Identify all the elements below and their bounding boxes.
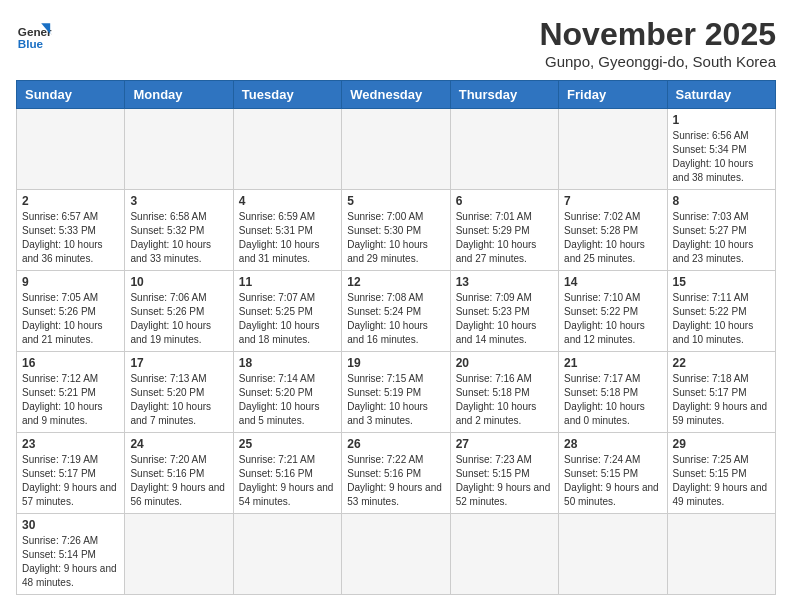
- day-info: Sunrise: 7:12 AM Sunset: 5:21 PM Dayligh…: [22, 372, 119, 428]
- calendar-subtitle: Gunpo, Gyeonggi-do, South Korea: [539, 53, 776, 70]
- day-number: 18: [239, 356, 336, 370]
- day-info: Sunrise: 7:01 AM Sunset: 5:29 PM Dayligh…: [456, 210, 553, 266]
- day-info: Sunrise: 7:02 AM Sunset: 5:28 PM Dayligh…: [564, 210, 661, 266]
- calendar-week-row: 2Sunrise: 6:57 AM Sunset: 5:33 PM Daylig…: [17, 190, 776, 271]
- day-number: 26: [347, 437, 444, 451]
- calendar-cell: 27Sunrise: 7:23 AM Sunset: 5:15 PM Dayli…: [450, 433, 558, 514]
- day-number: 27: [456, 437, 553, 451]
- calendar-cell: 21Sunrise: 7:17 AM Sunset: 5:18 PM Dayli…: [559, 352, 667, 433]
- calendar-cell: 24Sunrise: 7:20 AM Sunset: 5:16 PM Dayli…: [125, 433, 233, 514]
- calendar-cell: [125, 514, 233, 595]
- weekday-header-thursday: Thursday: [450, 81, 558, 109]
- calendar-cell: [125, 109, 233, 190]
- day-number: 13: [456, 275, 553, 289]
- day-number: 4: [239, 194, 336, 208]
- weekday-header-saturday: Saturday: [667, 81, 775, 109]
- calendar-cell: 15Sunrise: 7:11 AM Sunset: 5:22 PM Dayli…: [667, 271, 775, 352]
- day-number: 3: [130, 194, 227, 208]
- calendar-cell: [667, 514, 775, 595]
- day-info: Sunrise: 6:56 AM Sunset: 5:34 PM Dayligh…: [673, 129, 770, 185]
- day-info: Sunrise: 7:24 AM Sunset: 5:15 PM Dayligh…: [564, 453, 661, 509]
- day-info: Sunrise: 6:59 AM Sunset: 5:31 PM Dayligh…: [239, 210, 336, 266]
- calendar-cell: 16Sunrise: 7:12 AM Sunset: 5:21 PM Dayli…: [17, 352, 125, 433]
- day-number: 28: [564, 437, 661, 451]
- calendar-cell: 7Sunrise: 7:02 AM Sunset: 5:28 PM Daylig…: [559, 190, 667, 271]
- svg-text:Blue: Blue: [18, 37, 44, 50]
- day-number: 2: [22, 194, 119, 208]
- calendar-week-row: 30Sunrise: 7:26 AM Sunset: 5:14 PM Dayli…: [17, 514, 776, 595]
- day-info: Sunrise: 7:08 AM Sunset: 5:24 PM Dayligh…: [347, 291, 444, 347]
- weekday-header-friday: Friday: [559, 81, 667, 109]
- day-number: 14: [564, 275, 661, 289]
- day-number: 16: [22, 356, 119, 370]
- calendar-cell: [559, 514, 667, 595]
- calendar-cell: 18Sunrise: 7:14 AM Sunset: 5:20 PM Dayli…: [233, 352, 341, 433]
- calendar-cell: [450, 109, 558, 190]
- day-info: Sunrise: 7:26 AM Sunset: 5:14 PM Dayligh…: [22, 534, 119, 590]
- calendar-week-row: 9Sunrise: 7:05 AM Sunset: 5:26 PM Daylig…: [17, 271, 776, 352]
- calendar-cell: 30Sunrise: 7:26 AM Sunset: 5:14 PM Dayli…: [17, 514, 125, 595]
- day-number: 10: [130, 275, 227, 289]
- title-area: November 2025 Gunpo, Gyeonggi-do, South …: [539, 16, 776, 70]
- calendar-cell: 8Sunrise: 7:03 AM Sunset: 5:27 PM Daylig…: [667, 190, 775, 271]
- calendar-week-row: 1Sunrise: 6:56 AM Sunset: 5:34 PM Daylig…: [17, 109, 776, 190]
- day-info: Sunrise: 7:25 AM Sunset: 5:15 PM Dayligh…: [673, 453, 770, 509]
- calendar-title: November 2025: [539, 16, 776, 53]
- calendar-cell: 1Sunrise: 6:56 AM Sunset: 5:34 PM Daylig…: [667, 109, 775, 190]
- day-number: 21: [564, 356, 661, 370]
- weekday-header-wednesday: Wednesday: [342, 81, 450, 109]
- weekday-header-monday: Monday: [125, 81, 233, 109]
- weekday-header-sunday: Sunday: [17, 81, 125, 109]
- calendar-cell: 2Sunrise: 6:57 AM Sunset: 5:33 PM Daylig…: [17, 190, 125, 271]
- day-info: Sunrise: 7:13 AM Sunset: 5:20 PM Dayligh…: [130, 372, 227, 428]
- calendar-cell: [450, 514, 558, 595]
- day-number: 30: [22, 518, 119, 532]
- calendar-week-row: 16Sunrise: 7:12 AM Sunset: 5:21 PM Dayli…: [17, 352, 776, 433]
- calendar-cell: [559, 109, 667, 190]
- day-number: 22: [673, 356, 770, 370]
- day-info: Sunrise: 7:23 AM Sunset: 5:15 PM Dayligh…: [456, 453, 553, 509]
- calendar-cell: [342, 514, 450, 595]
- calendar-cell: 10Sunrise: 7:06 AM Sunset: 5:26 PM Dayli…: [125, 271, 233, 352]
- weekday-header-tuesday: Tuesday: [233, 81, 341, 109]
- day-number: 1: [673, 113, 770, 127]
- day-info: Sunrise: 7:16 AM Sunset: 5:18 PM Dayligh…: [456, 372, 553, 428]
- day-info: Sunrise: 7:14 AM Sunset: 5:20 PM Dayligh…: [239, 372, 336, 428]
- day-info: Sunrise: 7:03 AM Sunset: 5:27 PM Dayligh…: [673, 210, 770, 266]
- day-number: 29: [673, 437, 770, 451]
- day-number: 5: [347, 194, 444, 208]
- day-info: Sunrise: 7:17 AM Sunset: 5:18 PM Dayligh…: [564, 372, 661, 428]
- calendar-table: SundayMondayTuesdayWednesdayThursdayFrid…: [16, 80, 776, 595]
- day-number: 24: [130, 437, 227, 451]
- day-info: Sunrise: 6:58 AM Sunset: 5:32 PM Dayligh…: [130, 210, 227, 266]
- day-info: Sunrise: 7:10 AM Sunset: 5:22 PM Dayligh…: [564, 291, 661, 347]
- calendar-cell: 12Sunrise: 7:08 AM Sunset: 5:24 PM Dayli…: [342, 271, 450, 352]
- day-info: Sunrise: 7:21 AM Sunset: 5:16 PM Dayligh…: [239, 453, 336, 509]
- calendar-cell: 5Sunrise: 7:00 AM Sunset: 5:30 PM Daylig…: [342, 190, 450, 271]
- day-number: 6: [456, 194, 553, 208]
- day-number: 11: [239, 275, 336, 289]
- day-info: Sunrise: 7:06 AM Sunset: 5:26 PM Dayligh…: [130, 291, 227, 347]
- calendar-cell: 29Sunrise: 7:25 AM Sunset: 5:15 PM Dayli…: [667, 433, 775, 514]
- day-info: Sunrise: 7:09 AM Sunset: 5:23 PM Dayligh…: [456, 291, 553, 347]
- calendar-cell: 25Sunrise: 7:21 AM Sunset: 5:16 PM Dayli…: [233, 433, 341, 514]
- calendar-cell: [17, 109, 125, 190]
- calendar-cell: [342, 109, 450, 190]
- logo: General Blue: [16, 16, 52, 52]
- calendar-cell: 17Sunrise: 7:13 AM Sunset: 5:20 PM Dayli…: [125, 352, 233, 433]
- logo-icon: General Blue: [16, 16, 52, 52]
- calendar-week-row: 23Sunrise: 7:19 AM Sunset: 5:17 PM Dayli…: [17, 433, 776, 514]
- day-number: 15: [673, 275, 770, 289]
- day-number: 7: [564, 194, 661, 208]
- day-number: 19: [347, 356, 444, 370]
- calendar-cell: 4Sunrise: 6:59 AM Sunset: 5:31 PM Daylig…: [233, 190, 341, 271]
- day-number: 23: [22, 437, 119, 451]
- calendar-cell: [233, 514, 341, 595]
- calendar-cell: 13Sunrise: 7:09 AM Sunset: 5:23 PM Dayli…: [450, 271, 558, 352]
- calendar-cell: 14Sunrise: 7:10 AM Sunset: 5:22 PM Dayli…: [559, 271, 667, 352]
- calendar-cell: 11Sunrise: 7:07 AM Sunset: 5:25 PM Dayli…: [233, 271, 341, 352]
- day-info: Sunrise: 6:57 AM Sunset: 5:33 PM Dayligh…: [22, 210, 119, 266]
- day-number: 12: [347, 275, 444, 289]
- calendar-cell: 9Sunrise: 7:05 AM Sunset: 5:26 PM Daylig…: [17, 271, 125, 352]
- calendar-cell: 19Sunrise: 7:15 AM Sunset: 5:19 PM Dayli…: [342, 352, 450, 433]
